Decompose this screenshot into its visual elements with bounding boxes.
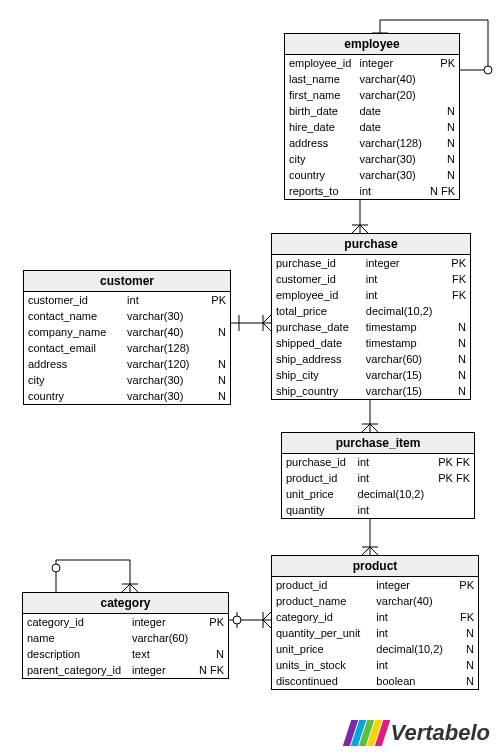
- column-name: total_price: [272, 303, 362, 319]
- svg-point-2: [52, 564, 60, 572]
- column-row: countryvarchar(30)N: [24, 388, 230, 404]
- column-type: int: [355, 183, 425, 199]
- column-type: integer: [128, 662, 194, 678]
- column-type: decimal(10,2): [362, 303, 445, 319]
- column-row: namevarchar(60): [23, 630, 228, 646]
- column-flags: FK: [445, 271, 470, 287]
- column-type: timestamp: [362, 335, 445, 351]
- column-flags: [426, 71, 459, 87]
- column-type: int: [354, 502, 433, 518]
- column-flags: [204, 340, 230, 356]
- column-flags: N: [453, 673, 478, 689]
- column-flags: N: [453, 625, 478, 641]
- column-row: parent_category_idintegerN FK: [23, 662, 228, 678]
- column-flags: [453, 593, 478, 609]
- column-type: varchar(20): [355, 87, 425, 103]
- column-type: varchar(30): [123, 308, 204, 324]
- column-row: purchase_idintegerPK: [272, 255, 470, 271]
- column-flags: N: [445, 335, 470, 351]
- column-type: timestamp: [362, 319, 445, 335]
- column-flags: N FK: [426, 183, 459, 199]
- column-name: quantity: [282, 502, 354, 518]
- column-name: contact_email: [24, 340, 123, 356]
- entity-columns: product_idintegerPKproduct_namevarchar(4…: [272, 577, 478, 689]
- column-flags: N: [445, 383, 470, 399]
- column-row: descriptiontextN: [23, 646, 228, 662]
- column-row: product_idintegerPK: [272, 577, 478, 593]
- column-flags: PK: [453, 577, 478, 593]
- column-name: discontinued: [272, 673, 372, 689]
- column-flags: N: [204, 356, 230, 372]
- column-flags: PK: [445, 255, 470, 271]
- entity-title: product: [272, 556, 478, 577]
- column-flags: FK: [445, 287, 470, 303]
- svg-point-1: [233, 616, 241, 624]
- column-type: int: [372, 625, 453, 641]
- column-flags: N FK: [194, 662, 228, 678]
- column-row: reports_tointN FK: [285, 183, 459, 199]
- column-row: purchase_datetimestampN: [272, 319, 470, 335]
- column-name: quantity_per_unit: [272, 625, 372, 641]
- column-type: text: [128, 646, 194, 662]
- column-name: birth_date: [285, 103, 355, 119]
- column-name: first_name: [285, 87, 355, 103]
- column-name: purchase_id: [282, 454, 354, 470]
- column-type: int: [362, 271, 445, 287]
- column-type: varchar(60): [362, 351, 445, 367]
- column-name: purchase_id: [272, 255, 362, 271]
- column-name: unit_price: [272, 641, 372, 657]
- entity-columns: purchase_idintegerPKcustomer_idintFKempl…: [272, 255, 470, 399]
- column-flags: PK FK: [432, 470, 474, 486]
- column-flags: PK: [204, 292, 230, 308]
- column-flags: N: [426, 135, 459, 151]
- column-flags: [194, 630, 228, 646]
- entity-title: purchase_item: [282, 433, 474, 454]
- column-row: last_namevarchar(40): [285, 71, 459, 87]
- column-type: integer: [128, 614, 194, 630]
- column-row: first_namevarchar(20): [285, 87, 459, 103]
- column-type: varchar(30): [123, 388, 204, 404]
- column-name: category_id: [272, 609, 372, 625]
- column-row: addressvarchar(120)N: [24, 356, 230, 372]
- column-name: category_id: [23, 614, 128, 630]
- column-type: varchar(40): [123, 324, 204, 340]
- column-row: employee_idintegerPK: [285, 55, 459, 71]
- column-row: contact_namevarchar(30): [24, 308, 230, 324]
- column-type: integer: [372, 577, 453, 593]
- column-flags: N: [204, 388, 230, 404]
- logo-text: Vertabelo: [391, 720, 490, 746]
- column-row: addressvarchar(128)N: [285, 135, 459, 151]
- column-type: varchar(128): [355, 135, 425, 151]
- column-type: integer: [355, 55, 425, 71]
- column-row: unit_pricedecimal(10,2): [282, 486, 474, 502]
- column-name: address: [285, 135, 355, 151]
- column-row: company_namevarchar(40)N: [24, 324, 230, 340]
- entity-title: employee: [285, 34, 459, 55]
- column-flags: [204, 308, 230, 324]
- column-type: boolean: [372, 673, 453, 689]
- column-row: purchase_idintPK FK: [282, 454, 474, 470]
- column-flags: N: [445, 351, 470, 367]
- column-name: description: [23, 646, 128, 662]
- column-name: country: [24, 388, 123, 404]
- column-name: product_id: [282, 470, 354, 486]
- column-row: product_namevarchar(40): [272, 593, 478, 609]
- column-row: unit_pricedecimal(10,2)N: [272, 641, 478, 657]
- column-name: name: [23, 630, 128, 646]
- logo-icon: [342, 720, 390, 746]
- column-name: reports_to: [285, 183, 355, 199]
- vertabelo-logo: Vertabelo: [347, 720, 490, 746]
- column-name: units_in_stock: [272, 657, 372, 673]
- entity-title: category: [23, 593, 228, 614]
- column-flags: [445, 303, 470, 319]
- column-name: shipped_date: [272, 335, 362, 351]
- column-name: product_name: [272, 593, 372, 609]
- column-name: country: [285, 167, 355, 183]
- column-type: date: [355, 103, 425, 119]
- column-name: address: [24, 356, 123, 372]
- column-name: ship_country: [272, 383, 362, 399]
- column-type: int: [372, 609, 453, 625]
- column-row: discontinuedbooleanN: [272, 673, 478, 689]
- column-row: employee_idintFK: [272, 287, 470, 303]
- svg-point-0: [484, 66, 492, 74]
